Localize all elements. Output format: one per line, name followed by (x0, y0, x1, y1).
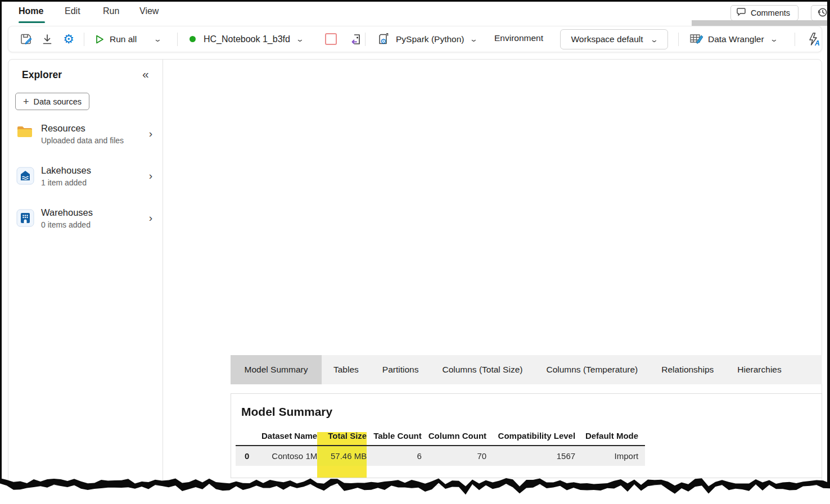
explorer-item-lakehouses[interactable]: Lakehouses1 item added› (8, 165, 163, 194)
explorer-item-warehouses[interactable]: Warehouses0 items added› (8, 207, 163, 237)
language-selector-button[interactable]: ⚙ PySpark (Python) ⌄ (377, 26, 477, 52)
table-header-cell: Default Mode (582, 431, 645, 446)
output-panel: Model Summary Dataset NameTotal SizeTabl… (231, 393, 822, 478)
output-tab-columns-total-size[interactable]: Columns (Total Size) (430, 355, 534, 384)
save-button[interactable] (17, 31, 34, 48)
menu-tab-run[interactable]: Run (103, 6, 119, 16)
output-heading: Model Summary (241, 405, 332, 419)
panel-divider[interactable] (163, 60, 163, 485)
chevron-down-icon[interactable]: ⌄ (296, 35, 304, 43)
svg-text:⚙: ⚙ (380, 37, 387, 46)
summary-table: Dataset NameTotal SizeTable CountColumn … (236, 431, 645, 466)
warehouse-icon (16, 209, 34, 227)
ribbon-horizontal-scrollbar[interactable] (692, 20, 830, 26)
table-header-cell: Dataset Name (261, 431, 324, 446)
chevron-down-icon[interactable]: ⌄ (470, 35, 478, 43)
frame-border (0, 0, 830, 2)
comments-icon (737, 7, 747, 19)
menu-tab-edit[interactable]: Edit (65, 6, 80, 16)
torn-edge-decoration (0, 472, 830, 504)
frame-border (827, 0, 830, 484)
environment-label: Environment (494, 33, 543, 43)
notebook-name: HC_Notebook 1_b3fd (204, 34, 290, 44)
output-tab-bar: Model SummaryTablesPartitionsColumns (To… (231, 355, 822, 384)
data-wrangler-icon (689, 33, 703, 46)
output-tab-columns-temperature[interactable]: Columns (Temperature) (534, 355, 649, 384)
data-wrangler-label: Data Wrangler (708, 34, 764, 44)
menu-tab-home[interactable]: Home (19, 6, 43, 16)
table-cell: 57.46 MB (324, 446, 373, 466)
data-wrangler-button[interactable]: Data Wrangler ⌄ (689, 26, 777, 52)
toolbar-divider (84, 33, 84, 46)
notebook-window: HomeEditRunView Comments (0, 0, 830, 504)
output-tab-relationships[interactable]: Relationships (649, 355, 725, 384)
data-sources-button[interactable]: + Data sources (15, 93, 89, 110)
stop-icon (325, 33, 337, 45)
output-tab-tables[interactable]: Tables (322, 355, 371, 384)
run-all-button[interactable]: Run all ⌄ (94, 26, 161, 52)
toolbar-divider (365, 33, 366, 46)
chevron-down-icon[interactable]: ⌄ (649, 35, 658, 44)
menu-tab-view[interactable]: View (139, 6, 159, 16)
save-icon (19, 33, 33, 46)
output-tab-model-summary[interactable]: Model Summary (231, 355, 322, 384)
table-cell: 1567 (493, 446, 582, 466)
notebook-name-button[interactable]: HC_Notebook 1_b3fd ⌄ (190, 26, 303, 52)
ribbon-toolbar: ⚙ Run all ⌄ HC_Notebook 1_b3fd ⌄ (8, 26, 822, 52)
explorer-title: Explorer (22, 69, 62, 81)
download-button[interactable] (39, 31, 56, 48)
comments-label: Comments (751, 8, 790, 17)
frame-border (0, 0, 2, 483)
lightning-a-icon: A (807, 32, 820, 47)
chevron-down-icon[interactable]: ⌄ (769, 35, 778, 43)
output-tab-hierarchies[interactable]: Hierarchies (725, 355, 793, 384)
table-cell: Import (582, 446, 645, 466)
cancel-all-button[interactable] (322, 31, 339, 48)
explorer-item-subtitle: 0 items added (41, 220, 91, 229)
lakehouse-icon (16, 167, 34, 185)
toolbar-divider (177, 33, 178, 46)
stop-session-button[interactable] (348, 31, 365, 48)
data-sources-label: Data sources (34, 97, 82, 106)
table-cell: 6 (373, 446, 428, 466)
table-cell: 0 (236, 446, 261, 466)
settings-button[interactable]: ⚙ (60, 31, 77, 48)
output-tab-partitions[interactable]: Partitions (371, 355, 431, 384)
explorer-item-label: Warehouses (41, 207, 93, 218)
kernel-status-dot (190, 36, 196, 42)
chevron-right-icon[interactable]: › (149, 212, 152, 224)
history-icon (817, 7, 828, 19)
table-cell: Contoso 1M (261, 446, 324, 466)
collapse-panel-icon[interactable]: « (142, 67, 149, 81)
exit-session-icon (350, 33, 363, 46)
chevron-down-icon[interactable]: ⌄ (154, 35, 162, 43)
run-all-play-icon (94, 34, 105, 45)
toolbar-divider (678, 33, 679, 46)
explorer-item-label: Lakehouses (41, 165, 91, 176)
explorer-item-subtitle: 1 item added (41, 178, 87, 187)
active-tab-underline (19, 21, 45, 23)
chevron-right-icon[interactable]: › (149, 128, 152, 140)
table-header-cell: Column Count (428, 431, 493, 446)
run-all-label: Run all (110, 34, 137, 44)
gear-icon: ⚙ (63, 32, 74, 47)
explorer-panel: Explorer « + Data sources ResourcesUploa… (8, 60, 163, 485)
explorer-item-resources[interactable]: ResourcesUploaded data and files› (8, 123, 163, 152)
toolbar-divider (795, 33, 795, 46)
table-header-cell: Compatibility Level (493, 431, 582, 446)
table-cell: 70 (428, 446, 493, 466)
workspace-label: Workspace default (571, 34, 643, 44)
chevron-right-icon[interactable]: › (149, 170, 152, 182)
explorer-item-label: Resources (41, 123, 85, 134)
table-header-cell: Table Count (373, 431, 428, 446)
kernel-label: PySpark (Python) (396, 34, 464, 44)
pyspark-icon: ⚙ (377, 32, 391, 46)
folder-icon (16, 125, 34, 143)
plus-icon: + (23, 97, 29, 107)
workspace-selector-button[interactable]: Workspace default ⌄ (560, 29, 668, 49)
download-icon (41, 33, 53, 46)
svg-text:A: A (814, 39, 820, 47)
table-row: 0Contoso 1M57.46 MB6701567Import (236, 446, 645, 466)
quick-actions-button[interactable]: A (807, 26, 820, 52)
comments-button[interactable]: Comments (730, 5, 799, 21)
